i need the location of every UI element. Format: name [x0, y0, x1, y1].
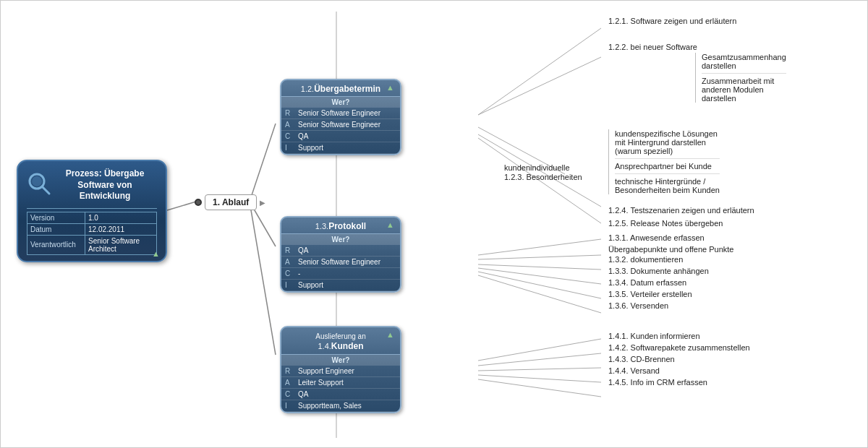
ablauf-node: 1. Ablauf ▶	[195, 194, 265, 210]
bracket-1-2-3: kundenspezifische Lösungenmit Hintergrun…	[608, 129, 720, 194]
verantwortlich-label: Verantwortlich	[27, 235, 85, 254]
item-1-2-4: 1.2.4. Testszenarien zeigen und erläuter…	[608, 206, 754, 215]
svg-line-5	[478, 57, 601, 115]
svg-line-4	[478, 28, 601, 115]
main-node-table: Version 1.0 Datum 12.02.2011 Verantwortl…	[27, 212, 157, 255]
card-1-2-expand[interactable]: ▲	[386, 83, 394, 92]
svg-line-19	[478, 379, 601, 397]
item-1-2-2a: Gesamtzusammenhangdarstellen	[702, 53, 786, 74]
svg-line-3	[250, 202, 276, 355]
item-1-3-4: 1.3.4. Datum erfassen	[608, 278, 686, 287]
svg-line-22	[42, 186, 49, 194]
version-value: 1.0	[85, 212, 157, 223]
item-1-2-3-pre: kundenindividuelle	[504, 163, 570, 172]
card-1-3-header: 1.3.Protokoll	[281, 217, 400, 233]
datum-value: 12.02.2011	[85, 223, 157, 235]
svg-line-0	[167, 202, 196, 210]
item-1-3-1: 1.3.1. Anwesende erfassen	[608, 233, 705, 242]
item-1-3-3: 1.3.3. Dokumente anhängen	[608, 267, 709, 275]
card-1-2-header: 1.2.Übergabetermin	[281, 80, 400, 96]
item-1-4-3: 1.4.3. CD-Brennen	[608, 355, 675, 363]
card-1-4-expand[interactable]: ▲	[386, 330, 394, 339]
item-1-2-3c: technische Hintergründe /Besonderheiten …	[615, 174, 720, 194]
svg-line-12	[478, 268, 601, 284]
ablauf-bullet	[195, 199, 202, 206]
item-1-3-6: 1.3.6. Versenden	[608, 301, 668, 310]
svg-point-23	[32, 176, 42, 186]
card-1-3-table: RQA ASenior Software Engineer C- ISuppor…	[281, 245, 400, 291]
expand-icon[interactable]: ▲	[152, 249, 160, 258]
svg-line-16	[478, 353, 601, 366]
item-1-4-2: 1.4.2. Softwarepakete zusammenstellen	[608, 343, 750, 352]
svg-line-15	[478, 339, 601, 361]
item-1-2-3b: Ansprechpartner bei Kunde	[615, 159, 720, 174]
card-1-4-table: RSupport Engineer ALeiter Support CQA IS…	[281, 366, 400, 412]
card-protokoll: ▲ − 1.3.Protokoll Wer? RQA ASenior Softw…	[280, 216, 401, 293]
card-uebergabetermin: ▲ − 1.2.Übergabetermin Wer? RSenior Soft…	[280, 79, 401, 155]
item-1-3-2b: 1.3.2. dokumentieren	[608, 255, 683, 264]
canvas: Prozess: Übergabe Software von Entwicklu…	[0, 0, 868, 448]
svg-line-10	[478, 255, 601, 259]
card-1-3-expand[interactable]: ▲	[386, 220, 394, 229]
ablauf-expand[interactable]: ▶	[260, 199, 265, 207]
card-1-4-header: Auslieferung an 1.4.Kunden	[281, 327, 400, 354]
item-1-4-5: 1.4.5. Info im CRM erfassen	[608, 378, 707, 387]
bracket-1-2-2: Gesamtzusammenhangdarstellen Zusammenarb…	[695, 53, 786, 103]
main-node: Prozess: Übergabe Software von Entwicklu…	[17, 160, 167, 262]
item-1-3-5: 1.3.5. Verteiler erstellen	[608, 290, 692, 298]
card-1-2-table: RSenior Software Engineer ASenior Softwa…	[281, 108, 400, 154]
verantwortlich-value: Senior Software Architect	[85, 235, 157, 254]
item-1-2-2b: Zusammenarbeit mitanderen Modulendarstel…	[702, 74, 786, 103]
item-1-2-1: 1.2.1. Software zeigen und erläutern	[608, 17, 736, 25]
ablauf-label: 1. Ablauf	[205, 194, 257, 210]
svg-line-11	[478, 264, 601, 270]
svg-line-18	[478, 375, 601, 382]
card-1-3-minus[interactable]: −	[401, 250, 401, 259]
card-1-4-minus[interactable]: −	[401, 365, 401, 374]
card-1-2-minus[interactable]: −	[401, 113, 401, 122]
item-1-4-4: 1.4.4. Versand	[608, 366, 660, 375]
item-1-2-5: 1.2.5. Release Notes übergeben	[608, 219, 723, 228]
card-1-3-wer: Wer?	[281, 234, 400, 245]
datum-label: Datum	[27, 223, 85, 235]
item-1-2-3a: kundenspezifische Lösungenmit Hintergrun…	[615, 129, 720, 159]
item-1-2-3: 1.2.3. Besonderheiten	[504, 173, 582, 181]
svg-line-17	[478, 368, 601, 371]
item-1-4-1: 1.4.1. Kunden informieren	[608, 332, 700, 340]
item-1-3-2a: Übergabepunkte und offene Punkte	[608, 245, 734, 254]
svg-line-9	[478, 239, 601, 255]
card-1-2-wer: Wer?	[281, 97, 400, 108]
svg-line-1	[250, 124, 276, 202]
card-1-4-wer: Wer?	[281, 355, 400, 366]
search-icon	[25, 170, 53, 197]
svg-line-14	[478, 275, 601, 313]
version-label: Version	[27, 212, 85, 223]
item-1-2-2: 1.2.2. bei neuer Software	[608, 43, 697, 51]
card-auslieferung: ▲ − Auslieferung an 1.4.Kunden Wer? RSup…	[280, 326, 401, 413]
svg-line-13	[478, 272, 601, 298]
